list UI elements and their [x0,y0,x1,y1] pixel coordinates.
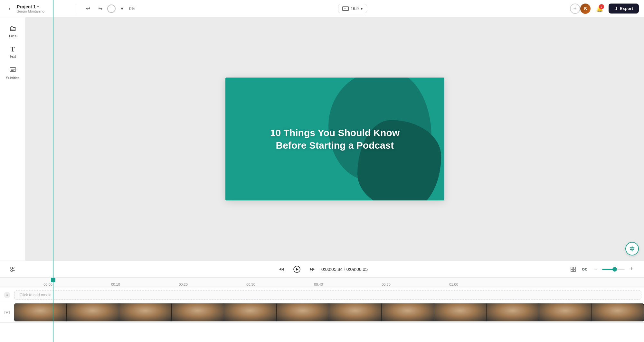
timeline-ruler: 00:00 00:10 00:20 00:30 00:40 00:50 [0,278,644,288]
sidebar-item-text[interactable]: T Text [2,42,24,61]
transport-left-controls [8,264,18,274]
timeline: 00:00 00:10 00:20 00:30 00:40 00:50 [0,278,644,342]
export-label: Export [620,6,633,11]
time-separator: / [344,267,346,272]
add-collaborator-button[interactable]: + [570,4,580,14]
notification-badge: 2 [599,4,604,9]
sidebar-subtitles-label: Subtitles [6,76,19,80]
back-button[interactable]: ‹ [5,4,14,13]
sidebar: 🗂 Files T Text Subtitles [0,17,26,261]
video-track-content [14,303,644,321]
video-thumb-4 [172,303,224,321]
current-time: 0:00:05.84 [321,267,343,272]
project-title[interactable]: Project 1 ▾ [17,4,44,9]
magic-button[interactable] [625,242,639,255]
add-track-button[interactable]: + [627,265,636,274]
video-thumb-12 [592,303,644,321]
svg-rect-18 [585,268,587,270]
text-icon: T [11,46,15,53]
canvas-preview: 10 Things You Should Know Before Startin… [225,78,444,200]
ruler-playhead-head [51,278,55,282]
ruler-playhead [53,278,53,288]
aspect-ratio-label: 16:9 [351,6,359,11]
export-button[interactable]: ⬇ Export [609,4,639,14]
topbar-left: ‹ Project 1 ▾ Sergio Montanino [5,4,70,13]
video-track-icon[interactable] [4,309,11,316]
volume-handle [612,267,617,272]
undo-button[interactable]: ↩ [83,4,93,14]
ruler-mark-3: 00:30 [217,282,285,286]
ruler-mark-6: 01:00 [420,282,488,286]
svg-marker-11 [312,268,315,271]
zoom-circle-icon [107,5,116,13]
timeline-tracks: ● Click to add media [0,288,644,342]
transport-bar: 0:00:05.84 / 0:09:06.05 [0,261,644,278]
topbar: ‹ Project 1 ▾ Sergio Montanino ↩ ↪ ▾ 0% … [0,0,644,17]
aspect-chevron-icon: ▾ [361,6,363,11]
sidebar-item-files[interactable]: 🗂 Files [2,21,24,41]
video-thumb-3 [119,303,172,321]
zoom-control: ▾ [107,4,127,14]
svg-marker-10 [296,268,298,271]
project-chevron-icon: ▾ [37,5,39,9]
forward-button[interactable] [307,264,317,274]
transport-right-controls: − + [569,265,636,274]
main-area: 🗂 Files T Text Subtitles 10 Things [0,17,644,261]
aspect-ratio-button[interactable]: ▭ 16:9 ▾ [338,4,367,13]
sidebar-text-label: Text [9,54,16,58]
project-info: Project 1 ▾ Sergio Montanino [17,4,44,13]
svg-marker-21 [6,312,8,313]
grid-button[interactable] [569,265,578,274]
ruler-mark-2: 00:20 [149,282,217,286]
ruler-marks: 00:00 00:10 00:20 00:30 00:40 00:50 [14,278,488,288]
total-time: 0:09:06.05 [346,267,368,272]
add-media-button[interactable]: Click to add media [14,291,641,300]
video-thumb-1 [14,303,67,321]
zoom-out-button[interactable]: − [592,265,600,273]
video-thumb-9 [434,303,487,321]
topbar-center: ▭ 16:9 ▾ [139,4,566,13]
transport-center-controls: 0:00:05.84 / 0:09:06.05 [276,263,368,276]
aspect-ratio-icon: ▭ [342,6,349,11]
svg-rect-17 [582,268,584,270]
notifications-button[interactable]: 🔔 2 [594,4,605,14]
canvas-title-line1: 10 Things You Should Know [247,126,422,139]
video-track-controls [0,309,14,316]
add-media-dot-icon: ● [4,292,10,298]
video-thumbnails [14,303,644,321]
svg-rect-13 [571,267,573,269]
subtitles-icon [9,66,16,75]
ruler-mark-4: 00:40 [285,282,352,286]
svg-marker-12 [310,268,312,271]
svg-rect-0 [10,68,16,71]
canvas-title-line2: Before Starting a Podcast [247,139,422,152]
video-thumb-6 [277,303,329,321]
volume-slider[interactable] [602,269,625,270]
svg-marker-8 [282,268,284,271]
user-avatar: S [580,4,591,14]
zoom-chevron[interactable]: ▾ [117,4,127,14]
canvas-title: 10 Things You Should Know Before Startin… [247,126,422,152]
video-thumb-11 [539,303,592,321]
play-button[interactable] [290,263,303,276]
sidebar-files-label: Files [9,34,16,38]
video-thumb-8 [382,303,434,321]
project-title-text: Project 1 [17,4,36,9]
video-thumb-5 [224,303,277,321]
ruler-mark-5: 00:50 [352,282,420,286]
files-icon: 🗂 [9,24,16,33]
svg-rect-15 [571,270,573,272]
ruler-mark-0: 00:00 [14,282,82,286]
project-user: Sergio Montanino [17,9,44,13]
rewind-button[interactable] [276,264,287,274]
topbar-right: + S 🔔 2 ⬇ Export [570,4,639,14]
export-download-icon: ⬇ [614,6,618,11]
sidebar-item-subtitles[interactable]: Subtitles [2,63,24,83]
redo-button[interactable]: ↪ [95,4,105,14]
toolbar-actions: ↩ ↪ ▾ 0% [83,4,135,14]
ruler-mark-1: 00:10 [82,282,149,286]
snap-button[interactable] [580,265,589,274]
scissors-button[interactable] [8,264,18,274]
add-media-area: ● Click to add media [0,288,644,302]
svg-rect-14 [573,267,575,269]
